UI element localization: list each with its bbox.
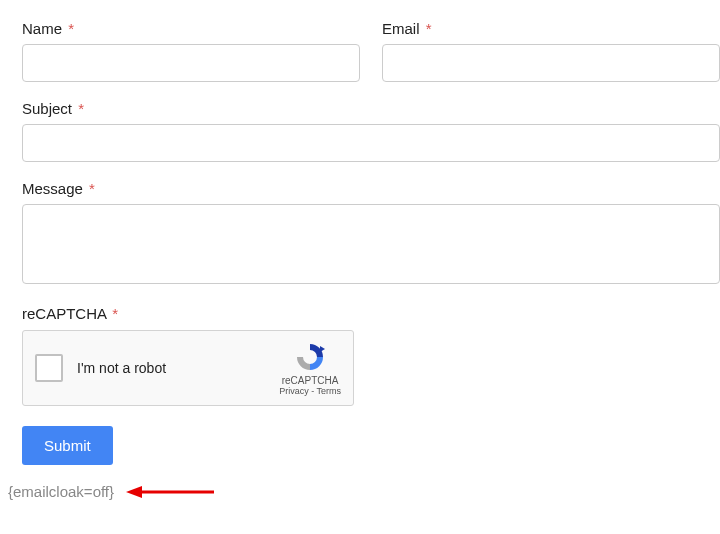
name-label: Name * — [22, 20, 360, 37]
recaptcha-link-separator: - — [309, 386, 317, 396]
required-indicator: * — [78, 100, 84, 117]
message-label-text: Message — [22, 180, 83, 197]
email-label-text: Email — [382, 20, 420, 37]
message-textarea[interactable] — [22, 204, 720, 284]
message-label: Message * — [22, 180, 720, 197]
recaptcha-logo-icon — [294, 341, 326, 373]
submit-button[interactable]: Submit — [22, 426, 113, 465]
name-input[interactable] — [22, 44, 360, 82]
svg-marker-2 — [126, 486, 142, 498]
footer-annotation: {emailcloak=off} — [8, 483, 720, 500]
arrow-left-icon — [126, 484, 216, 500]
recaptcha-checkbox[interactable] — [35, 354, 63, 382]
required-indicator: * — [68, 20, 74, 37]
name-label-text: Name — [22, 20, 62, 37]
recaptcha-label-text: reCAPTCHA — [22, 305, 106, 322]
emailcloak-text: {emailcloak=off} — [8, 483, 114, 500]
recaptcha-branding: reCAPTCHA Privacy - Terms — [279, 341, 341, 396]
required-indicator: * — [89, 180, 95, 197]
required-indicator: * — [426, 20, 432, 37]
subject-input[interactable] — [22, 124, 720, 162]
required-indicator: * — [112, 305, 118, 322]
recaptcha-widget: I'm not a robot reCAPTCHA Privacy - Term… — [22, 330, 354, 406]
email-label: Email * — [382, 20, 720, 37]
subject-field-wrapper: Subject * — [22, 100, 720, 162]
svg-marker-0 — [320, 346, 325, 352]
recaptcha-field-wrapper: reCAPTCHA * I'm not a robot reCAPTCHA Pr… — [22, 305, 720, 406]
recaptcha-privacy-link[interactable]: Privacy — [279, 386, 309, 396]
recaptcha-terms-link[interactable]: Terms — [317, 386, 342, 396]
email-input[interactable] — [382, 44, 720, 82]
subject-label: Subject * — [22, 100, 720, 117]
name-field-wrapper: Name * — [22, 20, 360, 82]
subject-label-text: Subject — [22, 100, 72, 117]
recaptcha-brand-text: reCAPTCHA — [282, 375, 339, 386]
recaptcha-label: reCAPTCHA * — [22, 305, 720, 322]
recaptcha-checkbox-label: I'm not a robot — [77, 360, 271, 376]
contact-form: Name * Email * Subject * Message * reCAP — [0, 0, 720, 500]
message-field-wrapper: Message * — [22, 180, 720, 287]
recaptcha-links: Privacy - Terms — [279, 386, 341, 396]
email-field-wrapper: Email * — [382, 20, 720, 82]
